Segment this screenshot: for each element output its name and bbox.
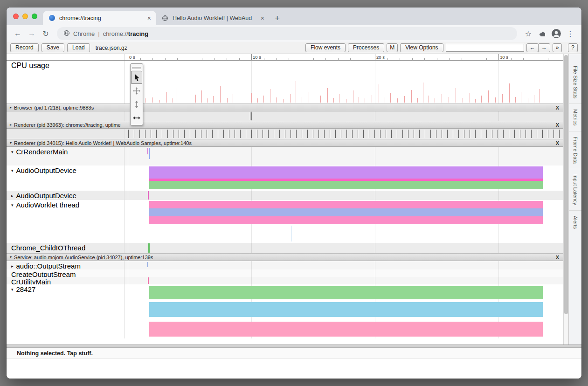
trace-event <box>251 130 252 138</box>
thread-crutilitymain-track[interactable] <box>125 277 563 284</box>
timeline[interactable]: 0 s10 s20 s30 s CPU usage▸Browser (pid 1… <box>7 54 563 345</box>
thread-outputstream-track[interactable] <box>125 261 563 269</box>
view-options-button[interactable]: View Options <box>400 43 443 52</box>
collapse-arrow-icon[interactable]: ▸ <box>11 193 14 198</box>
extensions-icon[interactable] <box>536 27 549 40</box>
thread-28427-track[interactable] <box>125 284 563 338</box>
process-renderer-tracing[interactable]: ▸Renderer (pid 33963): chrome://tracing,… <box>7 121 563 129</box>
reload-icon[interactable]: ↻ <box>39 27 52 40</box>
thread-crutilitymain-row: CrUtilityMain <box>7 277 563 284</box>
ruler-minor-tick <box>449 58 450 60</box>
thread-audiooutputdevice-2-track[interactable] <box>125 191 563 200</box>
collapse-arrow-icon[interactable]: ▾ <box>11 203 14 207</box>
back-icon[interactable]: ← <box>11 27 24 40</box>
browser-summary-track[interactable] <box>125 111 563 121</box>
ruler-major-tick <box>128 54 128 60</box>
zoom-window-button[interactable] <box>32 14 37 19</box>
trace-slice[interactable] <box>149 216 543 224</box>
forward-icon[interactable]: → <box>25 27 38 40</box>
scrollbar-thumb[interactable] <box>564 55 568 314</box>
collapse-arrow-icon[interactable]: ▾ <box>11 168 14 173</box>
trace-slice[interactable] <box>149 302 543 317</box>
process-audio-service[interactable]: ▾Service: audio.mojom.AudioService (pid … <box>7 253 563 261</box>
thread-crrenderermain-track[interactable] <box>125 147 563 165</box>
trace-slice[interactable] <box>149 166 543 179</box>
new-tab-button[interactable]: + <box>270 11 285 25</box>
tab-audio-worklet[interactable]: Hello Audio Worklet! | WebAud × <box>156 11 270 25</box>
thread-label[interactable]: AudioOutputDevice <box>16 192 76 200</box>
thread-childio-track[interactable] <box>125 243 563 253</box>
record-button[interactable]: Record <box>10 43 39 52</box>
trace-event <box>229 130 229 138</box>
side-tab-input-latency[interactable]: Input Latency <box>569 169 581 211</box>
tab-tracing[interactable]: chrome://tracing × <box>43 11 156 25</box>
ruler-minor-tick <box>486 58 487 60</box>
side-tab-file-size-stats[interactable]: File Size Stats <box>569 61 581 104</box>
thread-childio-row: Chrome_ChildIOThread <box>7 243 563 253</box>
close-track-button[interactable]: X <box>556 140 559 146</box>
close-track-button[interactable]: X <box>556 105 559 110</box>
thread-label-cell <box>7 129 125 139</box>
process-renderer-audio[interactable]: ▾Renderer (pid 34015): Hello Audio Workl… <box>7 139 563 147</box>
collapse-arrow-icon[interactable]: ▸ <box>10 123 12 127</box>
zoom-tool-button[interactable] <box>131 98 142 111</box>
analysis-splitter[interactable] <box>7 345 581 348</box>
minimize-window-button[interactable] <box>22 14 28 19</box>
collapse-arrow-icon[interactable]: ▾ <box>10 255 12 259</box>
close-window-button[interactable] <box>13 14 19 19</box>
save-button[interactable]: Save <box>42 43 64 52</box>
help-button[interactable]: ? <box>568 43 578 52</box>
thread-label[interactable]: audio::OutputStream <box>16 262 81 269</box>
collapse-arrow-icon[interactable]: ▸ <box>10 105 12 110</box>
collapse-arrow-icon[interactable]: ▾ <box>11 287 14 292</box>
thread-audioworklet-track[interactable] <box>125 200 563 243</box>
timing-tool-button[interactable] <box>131 111 142 124</box>
trace-slice[interactable] <box>149 208 543 216</box>
avatar-icon[interactable] <box>552 29 561 38</box>
processes-button[interactable]: Processes <box>348 43 384 52</box>
tab-close-icon[interactable]: × <box>259 14 266 22</box>
cpu-usage-track[interactable] <box>125 61 563 103</box>
collapse-arrow-icon[interactable]: ▾ <box>11 150 14 154</box>
trace-event <box>167 130 168 138</box>
side-tab-frame-data[interactable]: Frame Data <box>569 131 581 169</box>
thread-label[interactable]: CrRendererMain <box>16 148 68 156</box>
tab-close-icon[interactable]: × <box>146 14 152 22</box>
collapse-arrow-icon[interactable]: ▾ <box>10 141 12 145</box>
trace-slice[interactable] <box>149 322 543 337</box>
cpu-spike <box>515 97 516 103</box>
more-button[interactable]: » <box>553 43 562 52</box>
process-browser[interactable]: ▸Browser (pid 17218), uptime:9883sX <box>7 103 563 111</box>
menu-icon[interactable]: ⋮ <box>564 27 577 40</box>
collapse-arrow-icon[interactable]: ▸ <box>11 264 14 269</box>
thread-createoutputstream-track[interactable] <box>125 269 563 277</box>
find-input[interactable] <box>446 44 524 52</box>
find-previous-button[interactable]: ← <box>526 43 539 52</box>
close-track-button[interactable]: X <box>556 122 559 128</box>
trace-slice[interactable] <box>149 201 543 208</box>
pan-tool-button[interactable] <box>131 84 142 97</box>
cpu-spike <box>320 96 321 103</box>
load-button[interactable]: Load <box>67 43 90 52</box>
trace-event <box>240 130 241 138</box>
palette-drag-handle[interactable] <box>132 65 141 70</box>
thread-label[interactable]: 28427 <box>16 285 36 293</box>
side-tab-alerts[interactable]: Alerts <box>569 211 581 234</box>
trace-slice[interactable] <box>149 286 543 299</box>
thread-label[interactable]: AudioOutputDevice <box>16 166 76 174</box>
bookmark-star-icon[interactable]: ☆ <box>522 27 535 40</box>
renderer-tracing-summary-track[interactable] <box>125 129 563 139</box>
trace-slice[interactable] <box>149 181 543 189</box>
thread-audiooutputdevice-1-track[interactable] <box>125 165 563 191</box>
find-next-button[interactable]: → <box>538 43 550 52</box>
vertical-scrollbar[interactable] <box>563 54 568 345</box>
thread-label[interactable]: AudioWorklet thread <box>16 201 80 209</box>
trace-event <box>486 130 487 138</box>
flow-events-button[interactable]: Flow events <box>305 43 346 52</box>
metrics-button[interactable]: M <box>387 43 398 52</box>
side-tab-metrics[interactable]: Metrics <box>569 104 581 131</box>
address-bar[interactable]: Chrome | chrome://tracing <box>57 27 517 40</box>
selection-tool-button[interactable] <box>131 71 142 84</box>
close-track-button[interactable]: X <box>556 255 559 260</box>
cpu-spike <box>521 92 521 103</box>
